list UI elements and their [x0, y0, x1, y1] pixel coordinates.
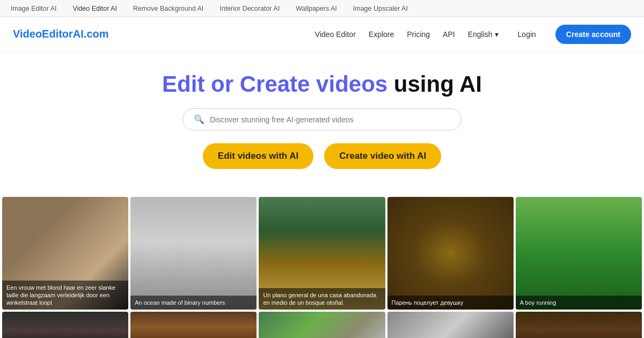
video-tile-5[interactable]: A boy running — [516, 197, 642, 310]
search-icon: 🔍 — [194, 114, 204, 124]
nav-video-editor[interactable]: Video Editor — [315, 30, 356, 39]
hero-section: Edit or Create videos using AI 🔍 Edit vi… — [0, 52, 644, 197]
video-caption-2: An ocean made of binary numbers — [130, 296, 257, 310]
search-input[interactable] — [210, 115, 450, 124]
main-header: VideoEditorAI.com Video Editor Explore P… — [0, 17, 644, 52]
top-nav-remove-bg[interactable]: Remove Background AI — [133, 5, 203, 12]
edit-videos-button[interactable]: Edit videos with AI — [203, 143, 314, 169]
video-tile-1[interactable]: Een vrouw met blond haar en zeer slanke … — [2, 197, 128, 310]
video-caption-4: Парень поцелует девушку — [387, 296, 514, 310]
nav-pricing[interactable]: Pricing — [407, 30, 430, 39]
nav-explore[interactable]: Explore — [369, 30, 394, 39]
hero-title: Edit or Create videos using AI — [11, 71, 633, 98]
login-button[interactable]: Login — [511, 27, 543, 42]
create-account-button[interactable]: Create account — [555, 25, 631, 44]
top-nav-video-editor[interactable]: Video Editor AI — [72, 5, 116, 12]
top-nav-upscaler[interactable]: Image Upscaler AI — [353, 5, 408, 12]
video-tile-4[interactable]: Парень поцелует девушку — [387, 197, 514, 310]
video-caption-5: A boy running — [516, 296, 642, 310]
chevron-down-icon: ▾ — [495, 30, 499, 39]
create-video-button[interactable]: Create video with AI — [324, 143, 441, 169]
top-nav-wallpapers[interactable]: Wallpapers AI — [296, 5, 337, 12]
video-tile-3[interactable]: Un plano general de una casa abandonada … — [259, 197, 385, 310]
lang-selector[interactable]: English ▾ — [468, 30, 499, 39]
top-nav-image-editor[interactable]: Image Editor AI — [11, 5, 56, 12]
video-grid-row1: Een vrouw met blond haar en zeer slanke … — [0, 197, 644, 310]
nav-api[interactable]: API — [443, 30, 455, 39]
video-tile-r2-1[interactable] — [2, 312, 128, 338]
search-bar: 🔍 — [182, 108, 462, 130]
top-nav-interior[interactable]: Interior Decorator AI — [219, 5, 280, 12]
video-tile-r2-2[interactable] — [130, 312, 257, 338]
video-grid-row2 — [0, 310, 644, 338]
video-tile-2[interactable]: An ocean made of binary numbers — [130, 197, 257, 310]
video-tile-r2-5[interactable] — [516, 312, 642, 338]
video-caption-3: Un plano general de una casa abandonada … — [259, 288, 385, 310]
top-nav: Image Editor AI Video Editor AI Remove B… — [0, 0, 644, 17]
cta-buttons: Edit videos with AI Create video with AI — [11, 143, 633, 169]
hero-title-dark: using AI — [394, 71, 482, 97]
header-nav: Video Editor Explore Pricing API English… — [315, 25, 631, 44]
logo[interactable]: VideoEditorAI.com — [13, 28, 109, 40]
video-tile-r2-3[interactable] — [259, 312, 385, 338]
video-tile-r2-4[interactable] — [387, 312, 514, 338]
video-caption-1: Een vrouw met blond haar en zeer slanke … — [2, 281, 128, 310]
hero-title-colored: Edit or Create videos — [162, 71, 387, 97]
